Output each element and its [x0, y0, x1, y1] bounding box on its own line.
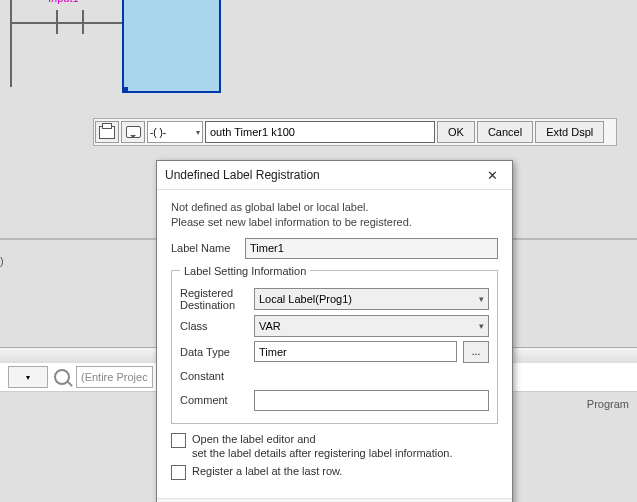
- dialog-info-line1: Not defined as global label or local lab…: [171, 200, 498, 215]
- constant-field: [254, 367, 489, 386]
- open-editor-checkbox-label: Open the label editor and set the label …: [192, 432, 452, 461]
- comment-label: Comment: [180, 394, 248, 406]
- label-name-label: Label Name: [171, 242, 239, 254]
- search-input[interactable]: (Entire Projec: [76, 366, 153, 388]
- resize-handle[interactable]: [123, 87, 128, 92]
- toolbar-ok-button[interactable]: OK: [437, 121, 475, 143]
- left-rail: [10, 0, 12, 87]
- dialog-titlebar[interactable]: Undefined Label Registration ✕: [157, 161, 512, 190]
- last-row-checkbox[interactable]: [171, 465, 186, 480]
- chevron-down-icon: ▾: [196, 128, 200, 137]
- programs-tab[interactable]: Program: [587, 398, 629, 410]
- dialog-title: Undefined Label Registration: [165, 168, 320, 182]
- dialog-button-row: OK Cancel: [157, 498, 512, 502]
- constant-label: Constant: [180, 370, 248, 382]
- open-editor-checkbox[interactable]: [171, 433, 186, 448]
- undefined-label-dialog: Undefined Label Registration ✕ Not defin…: [156, 160, 513, 502]
- instruction-type-value: -( )-: [150, 127, 166, 138]
- data-type-label: Data Type: [180, 346, 248, 358]
- selected-instruction-box[interactable]: [122, 0, 221, 93]
- destination-dropdown[interactable]: Local Label(Prog1) ▾: [254, 288, 489, 310]
- instruction-type-dropdown[interactable]: -( )- ▾: [147, 121, 203, 143]
- destination-label: Registered Destination: [180, 287, 248, 311]
- toolbar-cancel-button[interactable]: Cancel: [477, 121, 533, 143]
- search-scope-dropdown[interactable]: ▾: [8, 366, 48, 388]
- dialog-info-line2: Please set new label information to be r…: [171, 215, 498, 230]
- class-dropdown[interactable]: VAR ▾: [254, 315, 489, 337]
- comment-field[interactable]: [254, 390, 489, 411]
- dialog-description: Not defined as global label or local lab…: [171, 200, 498, 230]
- label-name-field: [245, 238, 498, 259]
- step-marker: ): [0, 255, 4, 267]
- class-label: Class: [180, 320, 248, 332]
- data-type-browse-button[interactable]: ...: [463, 341, 489, 363]
- close-button[interactable]: ✕: [480, 165, 504, 185]
- data-type-field[interactable]: [254, 341, 457, 362]
- normally-open-contact[interactable]: [56, 10, 84, 34]
- chevron-down-icon: ▾: [479, 294, 484, 304]
- label-setting-group: Label Setting Information Registered Des…: [171, 265, 498, 424]
- last-row-checkbox-label: Register a label at the last row.: [192, 464, 342, 478]
- toolbar-extd-button[interactable]: Extd Dspl: [535, 121, 604, 143]
- search-icon[interactable]: [52, 367, 72, 387]
- print-icon[interactable]: [95, 121, 119, 143]
- class-value: VAR: [259, 320, 281, 332]
- comment-icon[interactable]: [121, 121, 145, 143]
- instruction-entry-toolbar: -( )- ▾ OK Cancel Extd Dspl: [93, 118, 617, 146]
- label-setting-legend: Label Setting Information: [180, 265, 310, 277]
- instruction-text-input[interactable]: [205, 121, 435, 143]
- destination-value: Local Label(Prog1): [259, 293, 352, 305]
- chevron-down-icon: ▾: [479, 321, 484, 331]
- contact-label: Input1: [48, 0, 79, 4]
